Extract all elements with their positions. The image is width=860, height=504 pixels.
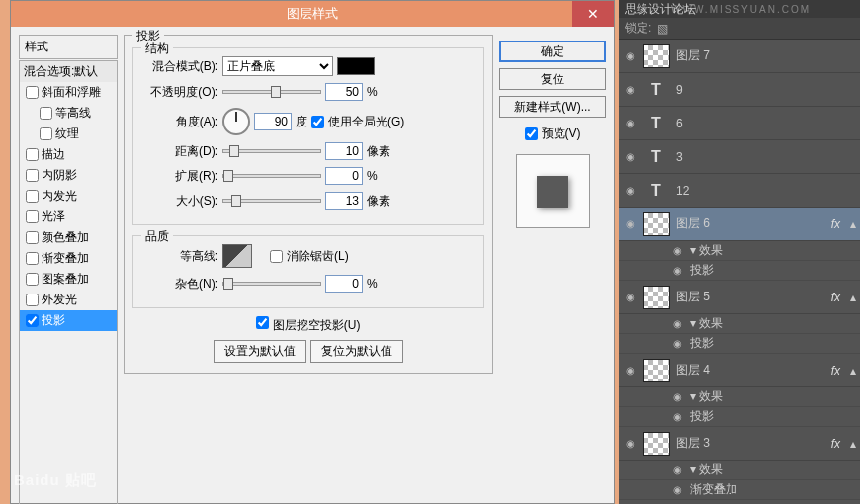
layer-effect-row[interactable]: ▾ 效果 [619,314,860,334]
layer-row[interactable]: 图层 4fx▴ [619,354,860,387]
layer-effect-row[interactable]: ▾ 效果 [619,461,860,480]
expand-icon[interactable]: ▴ [850,217,856,231]
layer-thumbnail[interactable]: T [643,145,670,169]
visibility-icon[interactable] [670,483,684,497]
style-item-内阴影[interactable]: 内阴影 [20,165,117,186]
new-style-button[interactable]: 新建样式(W)... [499,96,606,118]
visibility-icon[interactable] [623,291,637,304]
fx-badge[interactable]: fx [831,217,840,231]
preview-checkbox[interactable] [525,127,538,140]
distance-slider[interactable] [222,149,321,153]
style-checkbox[interactable] [26,210,39,223]
style-checkbox[interactable] [40,127,52,140]
style-checkbox[interactable] [26,190,39,203]
style-checkbox[interactable] [26,252,39,265]
layer-thumbnail[interactable]: T [643,179,670,203]
style-checkbox[interactable] [40,107,52,120]
expand-icon[interactable]: ▴ [850,364,856,378]
layer-thumbnail[interactable] [643,432,670,456]
lock-icon[interactable]: ▧ [657,22,668,36]
style-checkbox[interactable] [26,314,39,327]
blend-mode-select[interactable]: 正片叠底 [222,56,333,76]
noise-slider[interactable] [222,282,321,286]
style-checkbox[interactable] [26,169,39,182]
style-item-光泽[interactable]: 光泽 [20,207,117,227]
layer-effect-row[interactable]: 投影 [619,407,860,427]
visibility-icon[interactable] [670,337,684,351]
layer-thumbnail[interactable] [643,286,670,309]
ok-button[interactable]: 确定 [499,41,606,62]
spread-input[interactable] [325,167,363,185]
distance-input[interactable] [325,142,363,160]
layer-thumbnail[interactable] [643,359,670,382]
visibility-icon[interactable] [670,317,684,331]
style-checkbox[interactable] [26,148,39,161]
knockout-checkbox[interactable] [256,316,269,329]
cancel-button[interactable]: 复位 [499,68,606,90]
style-item-斜面和浮雕[interactable]: 斜面和浮雕 [20,82,117,103]
visibility-icon[interactable] [670,264,684,278]
global-light-checkbox[interactable] [311,116,324,128]
opacity-input[interactable] [325,83,363,101]
visibility-icon[interactable] [670,410,684,424]
fx-badge[interactable]: fx [831,437,840,451]
reset-default-button[interactable]: 复位为默认值 [310,340,403,363]
style-item-描边[interactable]: 描边 [20,144,117,165]
style-item-内发光[interactable]: 内发光 [20,186,117,207]
close-button[interactable]: ✕ [572,1,614,27]
layer-effect-row[interactable]: 渐变叠加 [619,480,860,500]
layer-thumbnail[interactable]: T [643,78,670,102]
layer-effect-row[interactable]: ▾ 效果 [619,387,860,407]
fx-badge[interactable]: fx [831,364,840,378]
layer-effect-row[interactable]: ▾ 效果 [619,241,860,261]
style-checkbox[interactable] [26,231,39,244]
style-checkbox[interactable] [26,273,39,286]
layer-row[interactable]: T6 [619,107,860,140]
visibility-icon[interactable] [670,244,684,258]
style-item-混合选项:默认[interactable]: 混合选项:默认 [20,61,117,82]
shadow-color-swatch[interactable] [337,57,375,75]
style-item-等高线[interactable]: 等高线 [20,103,117,124]
visibility-icon[interactable] [623,117,637,130]
visibility-icon[interactable] [623,184,637,198]
layer-thumbnail[interactable] [643,44,670,68]
layer-row[interactable]: T12 [619,174,860,208]
fx-badge[interactable]: fx [831,291,840,304]
style-item-投影[interactable]: 投影 [20,310,117,331]
layer-row[interactable]: 图层 7 [619,40,860,73]
style-item-外发光[interactable]: 外发光 [20,290,117,310]
size-input[interactable] [325,192,363,210]
layer-effect-row[interactable]: 投影 [619,334,860,354]
layer-thumbnail[interactable]: T [643,112,670,135]
visibility-icon[interactable] [623,364,637,378]
visibility-icon[interactable] [623,83,637,97]
layer-row[interactable]: T9 [619,73,860,107]
titlebar[interactable]: 图层样式 ✕ [11,1,614,27]
style-item-图案叠加[interactable]: 图案叠加 [20,269,117,290]
antialias-checkbox[interactable] [270,250,283,263]
visibility-icon[interactable] [670,390,684,404]
expand-icon[interactable]: ▴ [850,437,856,451]
layer-row[interactable]: 图层 5fx▴ [619,281,860,314]
set-default-button[interactable]: 设置为默认值 [214,340,306,363]
size-slider[interactable] [222,199,321,203]
angle-dial[interactable] [222,108,250,135]
style-item-渐变叠加[interactable]: 渐变叠加 [20,248,117,269]
visibility-icon[interactable] [623,437,637,451]
noise-input[interactable] [325,275,363,293]
style-checkbox[interactable] [26,294,39,306]
angle-input[interactable] [254,113,292,130]
layer-thumbnail[interactable] [643,212,670,236]
layer-row[interactable]: T3 [619,140,860,174]
layer-row[interactable]: 图层 3fx▴ [619,427,860,461]
contour-picker[interactable] [222,244,252,268]
opacity-slider[interactable] [222,90,321,94]
visibility-icon[interactable] [670,463,684,477]
style-item-纹理[interactable]: 纹理 [20,124,117,144]
visibility-icon[interactable] [623,217,637,231]
visibility-icon[interactable] [623,150,637,164]
spread-slider[interactable] [222,174,321,178]
layer-effect-row[interactable]: 投影 [619,261,860,281]
expand-icon[interactable]: ▴ [850,291,856,304]
style-checkbox[interactable] [26,86,39,99]
